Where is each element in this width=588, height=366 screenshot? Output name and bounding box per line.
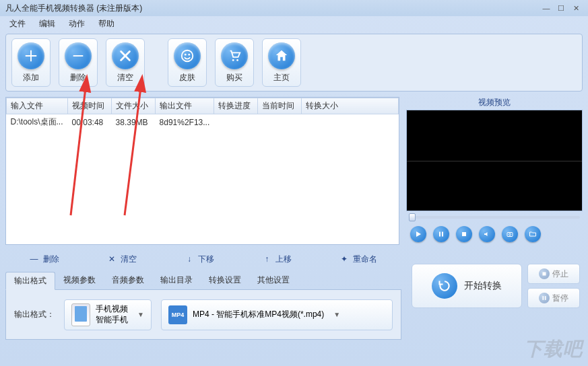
home-button[interactable]: 主页 <box>262 38 301 87</box>
file-table[interactable]: 输入文件 视频时间 文件大小 输出文件 转换进度 当前时间 转换大小 D:\to… <box>6 98 399 130</box>
menu-help[interactable]: 帮助 <box>92 17 121 31</box>
add-label: 添加 <box>23 72 39 83</box>
clear-button[interactable]: 清空 <box>106 38 145 87</box>
svg-point-2 <box>185 53 187 55</box>
cart-icon <box>221 42 248 69</box>
plus-icon <box>18 42 44 69</box>
col-progress[interactable]: 转换进度 <box>214 98 258 114</box>
col-curtime[interactable]: 当前时间 <box>258 98 302 114</box>
svg-point-4 <box>232 59 234 61</box>
window-controls: — ☐ ✕ <box>540 3 583 13</box>
minus-small-icon: — <box>30 254 39 264</box>
titlebar: 凡人全能手机视频转换器 (未注册版本) — ☐ ✕ <box>0 0 588 16</box>
svg-rect-12 <box>543 296 544 300</box>
menubar: 文件 编辑 动作 帮助 <box>0 16 588 31</box>
tab-output-format[interactable]: 输出格式 <box>5 272 55 290</box>
volume-button[interactable] <box>479 226 495 242</box>
stop-icon <box>539 268 550 279</box>
device-combo[interactable]: 手机视频 智能手机 ▼ <box>64 299 152 330</box>
cell-duration: 00:03:48 <box>67 114 111 131</box>
format-combo[interactable]: MP4 MP4 - 智能手机标准MP4视频(*.mp4) ▼ <box>161 299 393 330</box>
la-down-label: 下移 <box>198 254 214 265</box>
video-preview[interactable] <box>406 110 583 211</box>
la-rename-label: 重命名 <box>353 254 377 265</box>
tab-conv-settings[interactable]: 转换设置 <box>201 272 249 289</box>
snapshot-button[interactable] <box>502 226 518 242</box>
player-controls <box>406 223 583 245</box>
file-table-panel: 输入文件 视频时间 文件大小 输出文件 转换进度 当前时间 转换大小 D:\to… <box>5 97 399 245</box>
menu-edit[interactable]: 编辑 <box>32 17 62 31</box>
toolbar: 添加 删除 清空 皮肤 购买 主页 <box>5 34 583 92</box>
preview-title: 视频预览 <box>406 97 583 110</box>
tab-other-settings[interactable]: 其他设置 <box>249 272 298 289</box>
list-actions: — 删除 ✕ 清空 ↓ 下移 ↑ 上移 ✦ 重命名 <box>5 249 401 269</box>
folder-button[interactable] <box>525 226 541 242</box>
skin-label: 皮肤 <box>179 72 195 83</box>
close-button[interactable]: ✕ <box>569 3 583 13</box>
device-line2: 智能手机 <box>96 315 128 326</box>
table-row[interactable]: D:\tools\桌面... 00:03:48 38.39MB 8d91%2F1… <box>7 114 399 131</box>
minimize-button[interactable]: — <box>540 3 553 13</box>
col-duration[interactable]: 视频时间 <box>67 98 111 114</box>
home-icon <box>268 42 295 69</box>
la-rename[interactable]: ✦ 重命名 <box>333 251 384 268</box>
la-delete[interactable]: — 删除 <box>23 251 66 268</box>
table-header-row: 输入文件 视频时间 文件大小 输出文件 转换进度 当前时间 转换大小 <box>7 98 399 114</box>
svg-rect-9 <box>507 233 513 237</box>
content-area: 输入文件 视频时间 文件大小 输出文件 转换进度 当前时间 转换大小 D:\to… <box>5 97 583 245</box>
svg-rect-13 <box>545 296 546 300</box>
svg-point-3 <box>188 53 190 55</box>
menu-file[interactable]: 文件 <box>3 17 32 31</box>
buy-button[interactable]: 购买 <box>215 38 254 87</box>
watermark: 下载吧 <box>524 336 583 362</box>
menu-action[interactable]: 动作 <box>62 17 92 31</box>
col-convsize[interactable]: 转换大小 <box>302 98 399 114</box>
svg-rect-6 <box>439 232 440 237</box>
play-button[interactable] <box>410 226 426 242</box>
col-input[interactable]: 输入文件 <box>7 98 68 114</box>
cell-curtime <box>258 114 302 131</box>
preview-panel: 视频预览 <box>406 97 583 245</box>
delete-label: 删除 <box>70 72 86 83</box>
window-title: 凡人全能手机视频转换器 (未注册版本) <box>5 3 540 14</box>
convert-label: 开始转换 <box>464 280 502 292</box>
chevron-down-icon: ▼ <box>137 311 144 318</box>
la-down[interactable]: ↓ 下移 <box>178 251 221 268</box>
pause-convert-button[interactable]: 暂停 <box>527 288 580 308</box>
x-small-icon: ✕ <box>107 254 117 264</box>
delete-button[interactable]: 删除 <box>59 38 98 87</box>
la-up[interactable]: ↑ 上移 <box>255 251 298 268</box>
x-icon <box>112 42 139 69</box>
stop-convert-button[interactable]: 停止 <box>527 264 580 284</box>
stop-button[interactable] <box>456 226 472 242</box>
output-format-label: 输出格式： <box>14 309 55 320</box>
format-text: MP4 - 智能手机标准MP4视频(*.mp4) <box>193 309 324 320</box>
maximize-button[interactable]: ☐ <box>554 3 568 13</box>
tab-video-params[interactable]: 视频参数 <box>55 272 104 289</box>
stop-label: 停止 <box>552 268 568 280</box>
pause-button[interactable] <box>433 226 449 242</box>
start-convert-button[interactable]: 开始转换 <box>412 264 522 308</box>
rename-icon: ✦ <box>339 254 349 264</box>
slider-thumb[interactable] <box>409 213 416 221</box>
right-actions: 开始转换 停止 暂停 <box>412 264 580 308</box>
col-output[interactable]: 输出文件 <box>155 98 214 114</box>
col-filesize[interactable]: 文件大小 <box>111 98 155 114</box>
convert-icon <box>432 273 457 299</box>
video-seek-slider[interactable] <box>406 211 583 223</box>
cell-filesize: 38.39MB <box>111 114 155 131</box>
buy-label: 购买 <box>226 72 242 83</box>
clear-label: 清空 <box>117 72 133 83</box>
mp4-icon: MP4 <box>168 305 187 324</box>
output-panel: 输出格式： 手机视频 智能手机 ▼ MP4 MP4 - 智能手机标准MP4视频(… <box>5 290 401 340</box>
add-button[interactable]: 添加 <box>11 38 51 87</box>
tab-audio-params[interactable]: 音频参数 <box>104 272 152 289</box>
svg-rect-0 <box>73 55 84 57</box>
minus-icon <box>65 42 92 69</box>
smile-icon <box>174 42 201 69</box>
arrow-up-icon: ↑ <box>262 254 271 264</box>
tab-output-dir[interactable]: 输出目录 <box>152 272 201 289</box>
skin-button[interactable]: 皮肤 <box>168 38 207 87</box>
la-clear[interactable]: ✕ 清空 <box>100 251 143 268</box>
chevron-down-icon: ▼ <box>333 311 340 318</box>
